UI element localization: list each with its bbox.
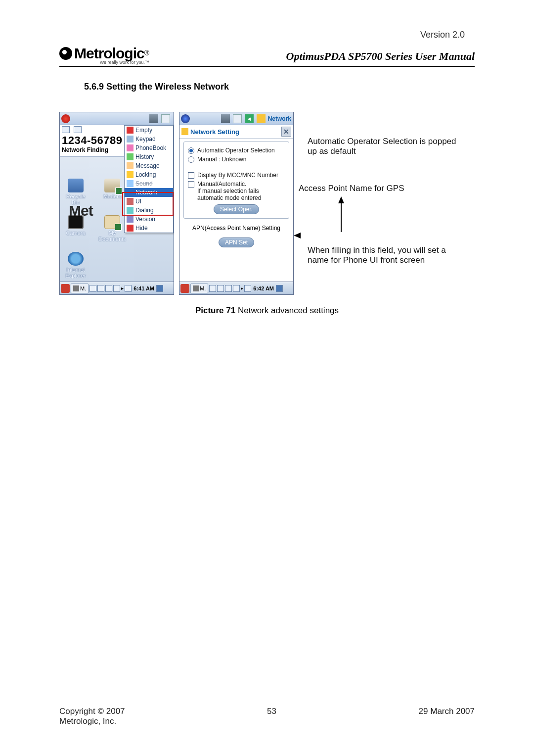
copyright-line2: Metrologic, Inc. xyxy=(59,716,125,726)
watermark-text: Met xyxy=(69,202,93,219)
menu-locking[interactable]: Locking xyxy=(125,170,173,179)
message-icon xyxy=(127,162,134,169)
app-icon xyxy=(61,114,70,123)
screenshot-desktop-with-menu: 1234-56789 Network Finding Recycle Bin M… xyxy=(59,112,174,295)
menu-dialing-label: Dialing xyxy=(135,207,154,214)
signal-icon xyxy=(221,114,230,123)
keypad-icon xyxy=(127,136,134,142)
copyright-line1: Copyright © 2007 xyxy=(59,707,125,716)
signal-icon xyxy=(149,114,158,123)
titlebar: ◂ Network xyxy=(179,112,293,125)
taskbar-app-label: M. xyxy=(200,285,206,291)
menu-message-label: Message xyxy=(135,162,160,169)
menu-locking-label: Locking xyxy=(135,171,156,178)
tray-icon[interactable] xyxy=(125,285,132,292)
app-icon xyxy=(181,114,190,123)
tray-icon[interactable] xyxy=(113,285,120,292)
manual-title: OptimusPDA SP5700 Series User Manual xyxy=(286,50,475,65)
checkbox-manual-auto[interactable]: Manual/Automatic. If manual selection fa… xyxy=(188,181,285,201)
tray-icon[interactable] xyxy=(217,285,224,292)
internet-explorer-icon[interactable]: Internet Explorer xyxy=(62,252,89,279)
menu-hide-label: Hide xyxy=(135,225,148,232)
annotation-auto-operator: Automatic Operator Selection is popped u… xyxy=(308,137,461,156)
menu-empty[interactable]: Empty xyxy=(125,126,173,135)
sip-icon[interactable] xyxy=(276,285,283,292)
tray-icon[interactable] xyxy=(97,285,104,292)
radio-manual-operator-label: Manual : Unknown xyxy=(197,156,246,163)
menu-message[interactable]: Message xyxy=(125,161,173,170)
system-tray xyxy=(209,285,240,292)
ie-label-2: Explorer xyxy=(62,273,89,279)
dialing-icon xyxy=(127,207,134,214)
annotation-apn-field: When filling in this field, you will set… xyxy=(308,245,466,265)
my-documents-icon[interactable]: My Documents xyxy=(98,215,126,242)
metrologic-eye-icon xyxy=(59,47,72,60)
menu-history[interactable]: History xyxy=(125,152,173,161)
radio-manual-operator[interactable]: Manual : Unknown xyxy=(188,156,285,163)
menu-network-label: Network xyxy=(135,189,157,196)
menu-network[interactable]: Network xyxy=(125,188,173,197)
start-button-icon[interactable] xyxy=(61,284,70,293)
tray-overflow-icon[interactable]: ▸ xyxy=(121,285,124,291)
checkbox-display-mcc[interactable]: Display By MCC/MNC Number xyxy=(188,172,285,179)
tray-icon[interactable] xyxy=(233,285,240,292)
menu-sound[interactable]: Sound xyxy=(125,179,173,188)
menu-keypad[interactable]: Keypad xyxy=(125,135,173,143)
mail-icon xyxy=(233,114,242,123)
menu-keypad-label: Keypad xyxy=(135,136,156,142)
menu-phonebook[interactable]: PhoneBook xyxy=(125,143,173,152)
select-operator-button[interactable]: Select Oper. xyxy=(214,204,259,214)
network-icon xyxy=(127,189,134,196)
menu-empty-label: Empty xyxy=(135,127,152,134)
window-title: Network Setting xyxy=(190,128,239,136)
mail-icon xyxy=(161,114,170,123)
footer-left: Copyright © 2007 Metrologic, Inc. xyxy=(59,707,125,726)
tray-icon[interactable] xyxy=(209,285,216,292)
my-documents-label: My Documents xyxy=(98,230,126,242)
menu-ui-label: UI xyxy=(135,198,141,205)
menu-hide[interactable]: Hide xyxy=(125,224,173,233)
ie-label-1: Internet xyxy=(62,267,89,273)
taskbar-app-button[interactable]: M. xyxy=(190,284,208,293)
menu-history-label: History xyxy=(135,153,154,160)
envelope-icon xyxy=(74,126,82,133)
apn-set-button[interactable]: APN Set xyxy=(219,237,254,247)
radio-auto-operator[interactable]: Automatic Operator Selection xyxy=(188,147,285,154)
network-titlebar-icon xyxy=(257,114,266,123)
sip-icon[interactable] xyxy=(156,285,163,292)
caption-text: Network advanced settings xyxy=(235,306,339,315)
taskbar-app-button[interactable]: M. xyxy=(71,284,89,293)
menu-version[interactable]: Version xyxy=(125,215,173,224)
page-footer: Copyright © 2007 Metrologic, Inc. 53 29 … xyxy=(59,707,475,726)
menu-version-label: Version xyxy=(135,216,155,223)
modem-icon[interactable]: Modem xyxy=(98,179,126,205)
empty-icon xyxy=(127,127,134,134)
network-window-icon xyxy=(181,128,188,135)
tray-overflow-icon[interactable]: ▸ xyxy=(241,285,243,291)
manual-auto-line3: automatic mode entered xyxy=(197,194,261,201)
titlebar xyxy=(60,112,174,125)
camera-icon[interactable]: Camera xyxy=(62,215,89,242)
menu-dialing[interactable]: Dialing xyxy=(125,206,173,215)
caption-bold: Picture 71 xyxy=(195,306,235,315)
system-tray xyxy=(89,285,120,292)
annotation-apn-gps: Access Point Name for GPS xyxy=(299,184,452,193)
taskbar: M. ▸ 6:42 AM xyxy=(179,282,293,294)
camera-label: Camera xyxy=(62,230,89,236)
radio-icon xyxy=(188,156,194,163)
tray-icon[interactable] xyxy=(105,285,112,292)
close-button[interactable]: ✕ xyxy=(281,127,291,137)
page-number: 53 xyxy=(125,707,419,726)
tray-icon[interactable] xyxy=(244,285,251,292)
checkbox-icon xyxy=(188,172,194,179)
recycle-bin-icon[interactable]: Recycle Bin xyxy=(62,179,89,205)
footer-date: 29 March 2007 xyxy=(419,707,475,726)
figure-caption: Picture 71 Network advanced settings xyxy=(59,306,475,316)
start-button-icon[interactable] xyxy=(180,284,189,293)
back-icon[interactable]: ◂ xyxy=(245,114,254,123)
taskbar-clock: 6:41 AM xyxy=(134,285,154,291)
menu-ui[interactable]: UI xyxy=(125,197,173,206)
tray-icon[interactable] xyxy=(225,285,232,292)
menu-phonebook-label: PhoneBook xyxy=(135,144,166,151)
tray-icon[interactable] xyxy=(89,285,96,292)
